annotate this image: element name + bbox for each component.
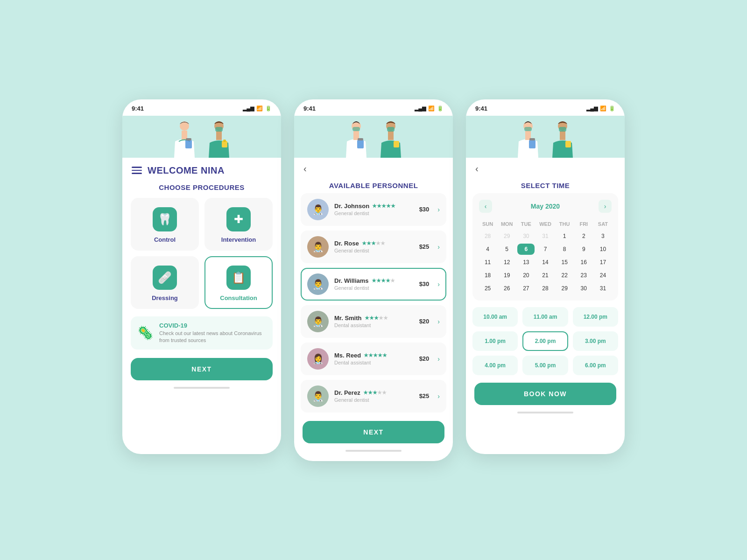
cal-day[interactable]: 17 [594, 257, 612, 268]
cal-day[interactable]: 14 [536, 257, 554, 268]
cal-day[interactable]: 21 [536, 270, 554, 281]
time-slot-5[interactable]: 3.00 pm [573, 331, 618, 351]
personnel-item-4[interactable]: 👩‍⚕️ Ms. Reed ★★★★★ Dental assistant $20… [301, 343, 446, 375]
cal-day[interactable]: 11 [479, 257, 496, 268]
dressing-label: Dressing [152, 294, 178, 301]
cal-next-btn[interactable]: › [599, 200, 612, 213]
personnel-item-3[interactable]: 👨‍⚕️ Mr. Smith ★★★★★ Dental assistant $2… [301, 305, 446, 338]
cal-day[interactable]: 23 [575, 270, 592, 281]
svg-point-0 [180, 121, 189, 131]
cal-day[interactable]: 2 [575, 231, 592, 242]
cal-header-fri: FRI [575, 219, 592, 229]
time-slot-1[interactable]: 11.00 am [522, 307, 568, 327]
cal-day[interactable]: 30 [575, 283, 592, 294]
time-slot-8[interactable]: 6.00 pm [573, 356, 618, 375]
personnel-role-1: General dentist [334, 248, 414, 253]
status-icons-1: ▂▄▆ 📶 🔋 [243, 105, 272, 112]
cal-day[interactable]: 28 [536, 283, 554, 294]
next-button-2[interactable]: NEXT [303, 421, 444, 443]
next-button-1[interactable]: NEXT [131, 358, 273, 380]
cal-day[interactable]: 13 [517, 257, 535, 268]
procedure-intervention[interactable]: ✚ Intervention [204, 198, 273, 251]
cal-day[interactable]: 30 [517, 231, 535, 242]
cal-day-today[interactable]: 6 [517, 244, 535, 255]
personnel-item-1[interactable]: 👨‍⚕️ Dr. Rose ★★★★★ General dentist $25 … [301, 231, 446, 263]
svg-rect-12 [357, 140, 364, 148]
time-1: 9:41 [132, 105, 144, 112]
procedure-dressing[interactable]: 🩹 Dressing [131, 256, 199, 309]
covid-title: COVID-19 [159, 322, 266, 329]
cal-day[interactable]: 31 [594, 283, 612, 294]
personnel-price-1: $25 [419, 243, 430, 250]
signal-icon-3: ▂▄▆ [586, 105, 598, 112]
svg-rect-22 [529, 138, 535, 140]
chevron-0: › [437, 206, 440, 213]
status-bar-2: 9:41 ▂▄▆ 📶 🔋 [294, 99, 453, 116]
cal-day[interactable]: 20 [517, 270, 535, 281]
svg-rect-7 [222, 141, 227, 147]
cal-day[interactable]: 8 [556, 244, 573, 255]
personnel-item-2[interactable]: 👨‍⚕️ Dr. Williams ★★★★★ General dentist … [301, 268, 446, 301]
cal-day[interactable]: 12 [498, 257, 515, 268]
avatar-3: 👨‍⚕️ [307, 311, 329, 332]
welcome-title: WELCOME NINA [148, 165, 225, 176]
book-button[interactable]: BOOK NOW [474, 383, 616, 405]
hero-area-3 [466, 116, 625, 158]
procedure-control[interactable]: 🦷 Control [131, 198, 199, 251]
personnel-price-5: $25 [419, 392, 430, 399]
personnel-item-0[interactable]: 👨‍⚕️ Dr. Johnson ★★★★★ General dentist $… [301, 193, 446, 226]
cal-day[interactable]: 24 [594, 270, 612, 281]
cal-day[interactable]: 29 [498, 231, 515, 242]
cal-day[interactable]: 29 [556, 283, 573, 294]
time-slot-3[interactable]: 1.00 pm [472, 331, 518, 351]
cal-day[interactable]: 5 [498, 244, 515, 255]
cal-day[interactable]: 9 [575, 244, 592, 255]
cal-day[interactable]: 1 [556, 231, 573, 242]
time-slot-0[interactable]: 10.00 am [472, 307, 518, 327]
svg-rect-3 [186, 138, 191, 140]
cal-day[interactable]: 10 [594, 244, 612, 255]
cal-day[interactable]: 16 [575, 257, 592, 268]
hamburger-menu[interactable] [132, 167, 142, 174]
personnel-name-0: Dr. Johnson ★★★★★ [334, 203, 414, 210]
personnel-role-3: Dental assistant [334, 322, 414, 328]
personnel-name-1: Dr. Rose ★★★★★ [334, 240, 414, 247]
cal-day[interactable]: 15 [556, 257, 573, 268]
status-icons-2: ▂▄▆ 📶 🔋 [415, 105, 444, 112]
cal-day[interactable]: 26 [498, 283, 515, 294]
cal-day[interactable]: 4 [479, 244, 496, 255]
hero-2-male [377, 120, 405, 158]
cal-header-mon: MON [498, 219, 515, 229]
chevron-2: › [437, 280, 440, 288]
cal-prev-btn[interactable]: ‹ [479, 200, 492, 213]
personnel-price-4: $20 [419, 355, 430, 362]
cal-header-wed: WED [536, 219, 554, 229]
personnel-item-5[interactable]: 👨‍⚕️ Dr. Perez ★★★★★ General dentist $25… [301, 380, 446, 413]
cal-day[interactable]: 31 [536, 231, 554, 242]
hero-3-female [514, 120, 542, 158]
time-slot-4[interactable]: 2.00 pm [522, 331, 568, 351]
back-button-3[interactable]: ‹ [475, 161, 482, 176]
covid-icon: 🦠 [137, 325, 154, 341]
screens-container: 9:41 ▂▄▆ 📶 🔋 [122, 99, 625, 461]
time-slot-2[interactable]: 12.00 pm [573, 307, 618, 327]
home-indicator-2 [345, 450, 402, 452]
cal-day[interactable]: 3 [594, 231, 612, 242]
cal-day[interactable]: 7 [536, 244, 554, 255]
procedures-grid: 🦷 Control ✚ Intervention 🩹 Dressing 📋 Co… [122, 198, 281, 309]
back-button-2[interactable]: ‹ [303, 161, 310, 176]
personnel-info-3: Mr. Smith ★★★★★ Dental assistant [334, 315, 414, 328]
cal-day[interactable]: 22 [556, 270, 573, 281]
personnel-name-2: Dr. Williams ★★★★★ [334, 277, 414, 284]
cal-day[interactable]: 28 [479, 231, 496, 242]
cal-day[interactable]: 27 [517, 283, 535, 294]
cal-day[interactable]: 19 [498, 270, 515, 281]
chevron-1: › [437, 243, 440, 251]
time-slot-6[interactable]: 4.00 pm [472, 356, 518, 375]
cal-day[interactable]: 25 [479, 283, 496, 294]
time-slot-7[interactable]: 5.00 pm [522, 356, 568, 375]
covid-banner[interactable]: 🦠 COVID-19 Check out our latest news abo… [131, 316, 273, 350]
screen-3: 9:41 ▂▄▆ 📶 🔋 [466, 99, 625, 454]
cal-day[interactable]: 18 [479, 270, 496, 281]
procedure-consultation[interactable]: 📋 Consultation [204, 256, 273, 309]
